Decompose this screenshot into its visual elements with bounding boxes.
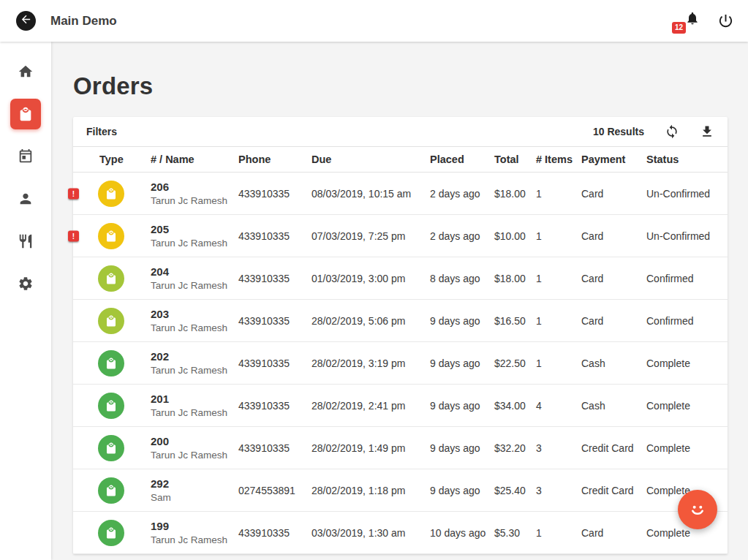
order-name-cell: 199 Tarun Jc Ramesh — [145, 512, 233, 554]
order-row[interactable]: ! 202 Tarun Jc Ramesh 433910335 28/02/20… — [73, 342, 728, 385]
filters-button[interactable]: Filters — [86, 126, 117, 137]
results-count: 10 Results — [593, 126, 644, 137]
order-total: $10.00 — [488, 215, 530, 257]
column-header-total[interactable]: Total — [488, 147, 530, 173]
order-type-icon — [98, 393, 124, 419]
shopping-bag-icon — [105, 230, 118, 243]
main-content: Orders Filters 10 Results T — [51, 42, 748, 560]
order-name-cell: 203 Tarun Jc Ramesh — [145, 300, 233, 342]
order-type-icon — [98, 435, 124, 461]
sidebar-item-calendar[interactable] — [10, 141, 41, 172]
order-items-count: 1 — [530, 342, 575, 385]
column-header-phone[interactable]: Phone — [233, 147, 306, 173]
column-header-name[interactable]: # / Name — [145, 147, 233, 173]
shopping-bag-icon — [105, 399, 118, 412]
order-payment: Card — [575, 257, 641, 300]
order-payment: Card — [575, 173, 641, 215]
shopping-bag-icon — [105, 484, 118, 497]
column-header-items[interactable]: # Items — [530, 147, 575, 173]
order-items-count: 1 — [530, 512, 575, 554]
order-placed: 8 days ago — [424, 257, 488, 300]
order-items-count: 1 — [530, 173, 575, 215]
column-header-due[interactable]: Due — [306, 147, 424, 173]
orders-table: Type # / Name Phone Due Placed Total # I… — [73, 146, 728, 554]
sidebar-item-orders[interactable] — [10, 99, 41, 129]
notifications-button[interactable]: 12 — [679, 9, 700, 34]
order-row[interactable]: ! 205 Tarun Jc Ramesh 433910335 07/03/20… — [73, 215, 728, 257]
logout-button[interactable] — [717, 12, 735, 30]
table-header-row: Type # / Name Phone Due Placed Total # I… — [73, 147, 728, 173]
notification-count-badge: 12 — [672, 22, 686, 34]
column-header-status[interactable]: Status — [641, 147, 728, 173]
shopping-bag-icon — [105, 272, 118, 285]
order-row[interactable]: ! 206 Tarun Jc Ramesh 433910335 08/03/20… — [73, 173, 728, 215]
app-title: Main Demo — [50, 14, 117, 29]
order-number: 292 — [151, 477, 227, 491]
shopping-bag-icon — [18, 106, 34, 122]
refresh-button[interactable] — [665, 124, 679, 139]
column-header-payment[interactable]: Payment — [575, 147, 641, 173]
shopping-bag-icon — [105, 442, 118, 455]
alert-badge: ! — [68, 230, 79, 241]
refresh-icon — [665, 124, 679, 139]
order-name-cell: 201 Tarun Jc Ramesh — [145, 385, 233, 427]
chat-launcher-button[interactable] — [678, 490, 717, 529]
order-customer-name: Tarun Jc Ramesh — [151, 194, 227, 208]
arrow-left-icon — [20, 13, 32, 29]
order-customer-name: Tarun Jc Ramesh — [151, 406, 227, 420]
order-total: $16.50 — [488, 300, 530, 342]
order-type-cell: ! — [73, 257, 145, 300]
order-customer-name: Tarun Jc Ramesh — [151, 533, 227, 547]
order-payment: Credit Card — [575, 427, 641, 469]
order-number: 204 — [151, 265, 227, 279]
order-row[interactable]: ! 201 Tarun Jc Ramesh 433910335 28/02/20… — [73, 385, 728, 427]
order-number: 201 — [151, 392, 227, 406]
order-due: 03/03/2019, 1:30 am — [306, 512, 424, 554]
order-type-icon — [98, 181, 124, 207]
order-due: 01/03/2019, 3:00 pm — [306, 257, 424, 300]
order-phone: 433910335 — [233, 215, 306, 257]
page-title: Orders — [73, 72, 728, 100]
order-total: $34.00 — [488, 385, 530, 427]
person-icon — [18, 191, 34, 207]
order-row[interactable]: ! 203 Tarun Jc Ramesh 433910335 28/02/20… — [73, 300, 728, 342]
order-row[interactable]: ! 204 Tarun Jc Ramesh 433910335 01/03/20… — [73, 257, 728, 300]
calendar-icon — [18, 148, 34, 164]
order-payment: Credit Card — [575, 469, 641, 512]
column-header-type[interactable]: Type — [73, 147, 145, 173]
order-total: $18.00 — [488, 173, 530, 215]
order-row[interactable]: ! 292 Sam 0274553891 28/02/2019, 1:18 pm… — [73, 469, 728, 512]
order-due: 28/02/2019, 1:18 pm — [306, 469, 424, 512]
order-number: 205 — [151, 222, 227, 236]
order-type-icon — [98, 350, 124, 377]
sidebar-item-settings[interactable] — [10, 268, 41, 299]
column-header-placed[interactable]: Placed — [424, 147, 488, 173]
sidebar-item-menu[interactable] — [10, 226, 41, 257]
order-due: 28/02/2019, 3:19 pm — [306, 342, 424, 385]
order-number: 203 — [151, 307, 227, 321]
sidebar-item-home[interactable] — [10, 56, 41, 87]
order-customer-name: Tarun Jc Ramesh — [151, 236, 227, 250]
power-icon — [717, 12, 734, 29]
order-status: Complete — [641, 427, 728, 469]
order-total: $18.00 — [488, 257, 530, 300]
order-row[interactable]: ! 200 Tarun Jc Ramesh 433910335 28/02/20… — [73, 427, 728, 469]
back-button[interactable] — [16, 11, 36, 31]
shopping-bag-icon — [105, 187, 118, 200]
order-number: 206 — [151, 180, 227, 194]
shopping-bag-icon — [105, 314, 118, 328]
order-phone: 433910335 — [233, 385, 306, 427]
order-row[interactable]: ! 199 Tarun Jc Ramesh 433910335 03/03/20… — [73, 512, 728, 554]
order-items-count: 1 — [530, 257, 575, 300]
order-type-cell: ! — [73, 215, 145, 257]
order-items-count: 4 — [530, 385, 575, 427]
order-payment: Cash — [575, 342, 641, 385]
order-name-cell: 206 Tarun Jc Ramesh — [145, 173, 233, 215]
sidebar-item-customers[interactable] — [10, 183, 41, 214]
order-customer-name: Sam — [151, 491, 227, 504]
order-phone: 433910335 — [233, 257, 306, 300]
download-button[interactable] — [700, 124, 714, 139]
order-placed: 2 days ago — [424, 173, 488, 215]
orders-card-header: Filters 10 Results — [73, 117, 728, 146]
order-due: 28/02/2019, 5:06 pm — [306, 300, 424, 342]
